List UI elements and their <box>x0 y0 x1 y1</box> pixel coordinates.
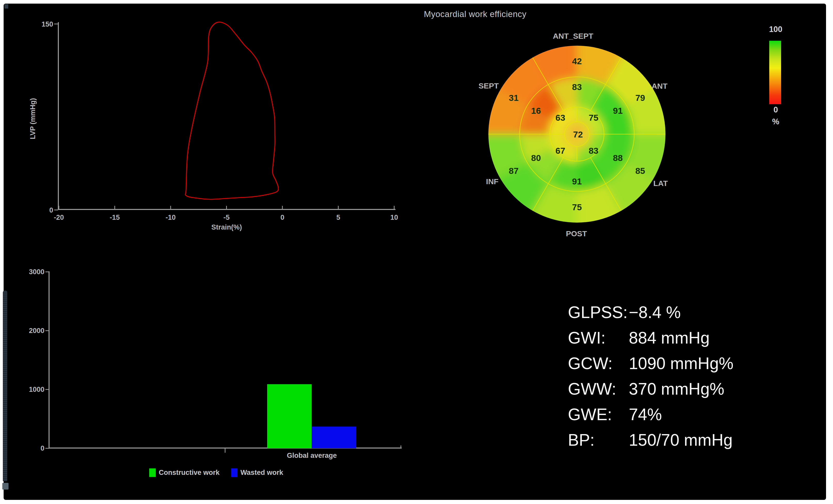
segment-value: 80 <box>531 153 541 163</box>
constructive-work-bar <box>267 384 312 448</box>
legend-swatch <box>149 469 156 477</box>
x-tick-label: -5 <box>223 213 230 221</box>
stat-value: 884 mmHg <box>629 329 710 347</box>
legend-item: Wasted work <box>231 469 283 477</box>
global-results-block: GLPSS:−8.4 %GWI:884 mmHgGCW:1090 mmHg%GW… <box>568 300 811 453</box>
segment-value: 31 <box>509 93 519 103</box>
colorbar-max-label: 100 <box>756 25 795 34</box>
bar-chart-legend: Constructive workWasted work <box>149 469 283 477</box>
sector-label: LAT <box>653 179 668 187</box>
legend-item: Constructive work <box>149 469 220 477</box>
sector-label: INF <box>486 177 498 186</box>
segment-value: 67 <box>555 146 565 155</box>
segment-value: 16 <box>531 106 541 116</box>
page-background: 1500-20-15-10-50510Strain(%)LVP (mmHg) M… <box>0 0 833 504</box>
y-tick-label: 0 <box>41 445 44 452</box>
y-tick-label: 1000 <box>29 386 44 393</box>
stat-value: 74% <box>629 405 662 424</box>
legend-swatch <box>231 469 237 477</box>
x-tick-label: -10 <box>165 213 175 221</box>
stat-row: BP:150/70 mmHg <box>568 427 811 453</box>
stat-value: −8.4 % <box>629 303 681 322</box>
y-tick-label: 150 <box>42 20 53 28</box>
segment-value: 75 <box>589 113 598 123</box>
y-tick-label: 2000 <box>29 327 44 334</box>
stat-value: 1090 mmHg% <box>629 354 734 373</box>
y-tick-label: 0 <box>49 206 53 214</box>
sector-label: ANT_SEPT <box>553 32 593 40</box>
colorbar-min-label: 0 <box>756 105 795 115</box>
sector-label: SEPT <box>479 81 499 90</box>
stat-label: GWE: <box>568 402 629 427</box>
pressure-strain-loop-chart: 1500-20-15-10-50510Strain(%)LVP (mmHg) <box>0 0 413 248</box>
stat-row: GWW:370 mmHg% <box>568 376 811 402</box>
stat-label: BP: <box>568 427 629 453</box>
wasted-work-bar <box>312 427 356 448</box>
x-tick-label: -15 <box>110 213 120 221</box>
colorbar-unit-label: % <box>756 117 795 126</box>
segment-value: 83 <box>589 146 598 155</box>
segment-value: 91 <box>613 106 623 116</box>
work-bar-chart: 3000200010000Global average <box>0 258 439 495</box>
sector-label: ANT <box>651 82 668 90</box>
segment-value: 42 <box>572 56 582 66</box>
segment-value: 91 <box>572 176 582 186</box>
stat-row: GCW:1090 mmHg% <box>568 351 811 376</box>
segment-value: 75 <box>572 202 582 212</box>
y-axis-title: LVP (mmHg) <box>29 98 37 139</box>
stat-label: GWW: <box>568 376 629 402</box>
segment-value: 63 <box>555 113 565 123</box>
segment-value: 88 <box>613 153 623 163</box>
pressure-strain-loop <box>185 22 278 199</box>
stat-row: GWE:74% <box>568 402 811 427</box>
x-tick-label: -20 <box>54 213 64 221</box>
stat-label: GWI: <box>568 325 629 351</box>
legend-label: Wasted work <box>241 469 283 477</box>
segment-value: 87 <box>509 166 519 176</box>
apex-value: 72 <box>573 129 583 139</box>
report-content: 1500-20-15-10-50510Strain(%)LVP (mmHg) M… <box>0 0 833 504</box>
stat-label: GLPSS: <box>568 300 629 325</box>
x-tick-label: 5 <box>336 213 340 221</box>
x-tick-label: 10 <box>390 213 398 221</box>
stat-value: 150/70 mmHg <box>629 431 733 449</box>
stat-row: GWI:884 mmHg <box>568 325 811 351</box>
stat-row: GLPSS:−8.4 % <box>568 300 811 325</box>
bullseye-plot: 4283799185887591878031166375836772ANT_SE… <box>462 21 720 248</box>
segment-value: 83 <box>572 82 582 92</box>
sector-label: POST <box>566 229 587 238</box>
category-label: Global average <box>287 452 337 459</box>
legend-label: Constructive work <box>159 469 220 477</box>
x-tick-label: 0 <box>280 213 284 221</box>
stat-label: GCW: <box>568 351 629 376</box>
segment-value: 79 <box>635 93 645 103</box>
y-tick-label: 3000 <box>29 268 44 276</box>
segment-value: 85 <box>635 166 645 176</box>
colorbar-gradient <box>769 41 781 104</box>
x-axis-title: Strain(%) <box>211 223 242 231</box>
bullseye-title: Myocardial work efficiency <box>424 9 527 19</box>
stat-value: 370 mmHg% <box>629 380 724 398</box>
